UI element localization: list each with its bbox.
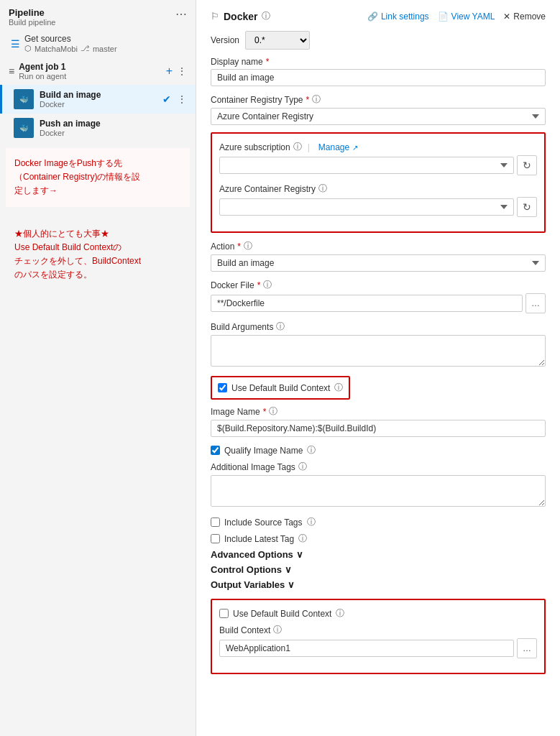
remove-button[interactable]: ✕ Remove: [503, 12, 546, 22]
remove-label: Remove: [513, 12, 546, 22]
output-variables-label: Output Variables: [211, 579, 285, 590]
agent-job-header: ≡ Agent job 1 Run on agent + ⋮: [0, 58, 196, 85]
task-icon-box-push: 🐳: [14, 118, 34, 138]
action-label: Action: [211, 242, 234, 252]
control-options-chevron-icon: ∨: [285, 564, 292, 575]
image-name-info-icon[interactable]: ⓘ: [269, 405, 277, 418]
azure-subscription-refresh-button[interactable]: ↻: [517, 155, 537, 175]
build-context-input[interactable]: [219, 640, 514, 657]
link-settings-button[interactable]: 🔗 Link settings: [367, 12, 429, 22]
annotation-1: Docker ImageをPushする先（Container Registry)…: [6, 148, 190, 207]
azure-container-registry-label: Azure Container Registry: [219, 184, 316, 194]
image-name-input[interactable]: [211, 420, 546, 437]
advanced-options-expander[interactable]: Advanced Options ∨: [211, 549, 546, 560]
azure-subscription-select[interactable]: [219, 157, 514, 174]
add-task-button[interactable]: +: [166, 65, 173, 78]
action-field: Action * ⓘ Build an image: [211, 240, 546, 272]
build-context-label: Build Context: [219, 625, 270, 635]
output-variables-expander[interactable]: Output Variables ∨: [211, 579, 546, 590]
get-sources-item[interactable]: ☰ Get sources ⬡ MatchaMobi ⎇ master: [0, 29, 196, 58]
build-context-info-icon[interactable]: ⓘ: [273, 624, 282, 636]
repo-icon: ⬡: [24, 44, 32, 53]
container-registry-info-icon[interactable]: ⓘ: [312, 93, 321, 106]
qualify-image-name-checkbox[interactable]: [211, 446, 220, 455]
task-build-image-menu[interactable]: ⋮: [177, 93, 187, 105]
azure-container-registry-refresh-button[interactable]: ↻: [517, 197, 537, 217]
include-source-tags-label: Include Source Tags: [224, 518, 303, 528]
image-name-field: Image Name * ⓘ: [211, 405, 546, 437]
control-options-expander[interactable]: Control Options ∨: [211, 564, 546, 575]
sidebar-header: Pipeline Build pipeline ⋯: [0, 0, 196, 29]
highlighted-azure-section: Azure subscription ⓘ | Manage ↗ ↻ Azure …: [211, 132, 546, 233]
include-latest-tag-info-icon[interactable]: ⓘ: [298, 533, 307, 545]
use-default-build-context-checkbox[interactable]: [218, 383, 227, 392]
main-panel: ⚐ Docker ⓘ 🔗 Link settings 📄 View YAML ✕…: [196, 0, 560, 736]
build-context-browse-button[interactable]: …: [517, 638, 537, 658]
version-select[interactable]: 0.*: [245, 31, 310, 50]
agent-job-menu-button[interactable]: ⋮: [177, 65, 187, 77]
output-variables-chevron-icon: ∨: [288, 579, 295, 590]
bottom-inset-section: Use Default Build Context ⓘ Build Contex…: [211, 599, 546, 674]
azure-container-registry-select[interactable]: [219, 198, 514, 216]
agent-job-title: Agent job 1: [19, 62, 66, 72]
image-name-label: Image Name: [211, 407, 260, 417]
task-build-image-title: Build an image: [40, 90, 157, 100]
bottom-use-default-build-context-info-icon[interactable]: ⓘ: [336, 607, 344, 620]
task-push-image-subtitle: Docker: [40, 129, 187, 137]
container-registry-type-select[interactable]: Azure Container Registry: [211, 108, 546, 125]
docker-file-browse-button[interactable]: …: [525, 293, 546, 313]
task-push-image[interactable]: 🐳 Push an image Docker: [0, 114, 196, 142]
manage-link-label: Manage: [318, 142, 349, 152]
agent-job-subtitle: Run on agent: [19, 72, 66, 80]
docker-file-required: *: [257, 280, 261, 290]
display-name-required: *: [266, 57, 270, 67]
image-name-required: *: [263, 407, 267, 417]
use-default-build-context-info-icon[interactable]: ⓘ: [334, 382, 343, 394]
bottom-use-default-build-context-checkbox[interactable]: [219, 609, 229, 618]
docker-file-info-icon[interactable]: ⓘ: [263, 279, 272, 291]
action-info-icon[interactable]: ⓘ: [244, 240, 252, 252]
additional-image-tags-textarea[interactable]: [211, 475, 546, 507]
docker-file-label: Docker File: [211, 280, 254, 290]
link-settings-icon: 🔗: [367, 12, 378, 22]
get-sources-icon: ☰: [11, 38, 20, 50]
panel-title: Docker: [224, 11, 257, 22]
additional-image-tags-label: Additional Image Tags: [211, 462, 295, 472]
docker-file-field: Docker File * ⓘ …: [211, 279, 546, 313]
task-build-image-check: ✔: [162, 93, 171, 105]
build-arguments-textarea[interactable]: [211, 335, 546, 367]
use-default-build-context-row: Use Default Build Context ⓘ: [211, 376, 350, 400]
view-yaml-label: View YAML: [451, 12, 495, 22]
build-arguments-info-icon[interactable]: ⓘ: [276, 321, 285, 333]
svg-text:🐳: 🐳: [19, 95, 29, 104]
include-source-tags-checkbox[interactable]: [211, 518, 220, 527]
manage-link[interactable]: Manage ↗: [318, 142, 358, 152]
action-select[interactable]: Build an image: [211, 254, 546, 272]
docker-file-input[interactable]: [211, 295, 523, 312]
azure-subscription-label: Azure subscription: [219, 142, 290, 152]
qualify-image-name-info-icon[interactable]: ⓘ: [307, 444, 316, 456]
azure-container-registry-info-icon[interactable]: ⓘ: [318, 183, 327, 195]
pipeline-menu-button[interactable]: ⋯: [175, 7, 187, 21]
container-registry-required: *: [306, 95, 310, 105]
agent-job-icon: ≡: [9, 65, 14, 77]
action-required: *: [237, 242, 241, 252]
annotation-2-text: ★個人的にとても大事★Use Default Build Contextのチェッ…: [14, 227, 181, 282]
display-name-input[interactable]: [211, 69, 546, 86]
bottom-use-default-build-context-row: Use Default Build Context ⓘ: [219, 607, 537, 620]
remove-icon: ✕: [503, 12, 510, 22]
include-source-tags-info-icon[interactable]: ⓘ: [307, 516, 316, 528]
task-push-image-title: Push an image: [40, 119, 187, 129]
panel-info-icon[interactable]: ⓘ: [262, 10, 270, 22]
azure-subscription-info-icon[interactable]: ⓘ: [293, 141, 302, 153]
azure-container-registry-field: Azure Container Registry ⓘ ↻: [219, 183, 537, 217]
build-arguments-label: Build Arguments: [211, 322, 273, 332]
branch-icon: ⎇: [81, 44, 90, 53]
additional-image-tags-info-icon[interactable]: ⓘ: [298, 461, 307, 473]
build-arguments-field: Build Arguments ⓘ: [211, 321, 546, 369]
include-latest-tag-checkbox[interactable]: [211, 534, 220, 543]
build-context-field: Build Context ⓘ …: [219, 624, 537, 658]
view-yaml-button[interactable]: 📄 View YAML: [438, 12, 495, 22]
task-build-image[interactable]: 🐳 Build an image Docker ✔ ⋮: [0, 85, 196, 114]
display-name-field: Display name *: [211, 57, 546, 86]
